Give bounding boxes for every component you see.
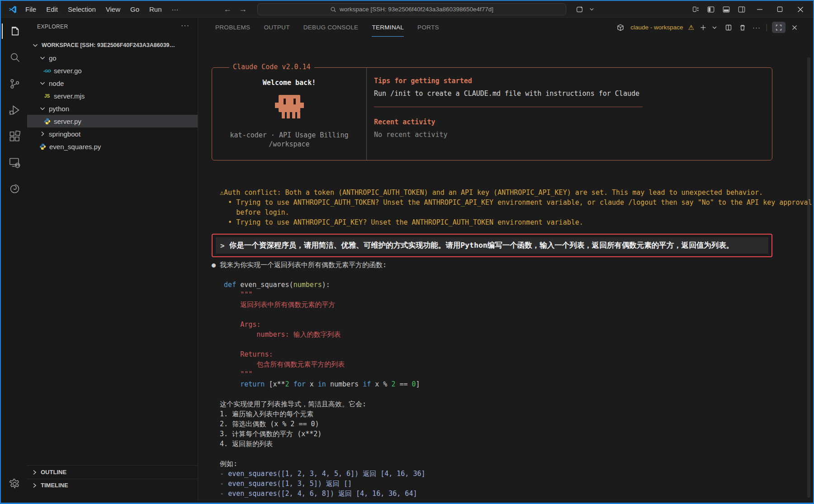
kill-terminal-icon[interactable] <box>738 23 748 33</box>
explorer-more-actions-icon[interactable]: ··· <box>181 22 189 30</box>
terminal-line: 这个实现使用了列表推导式，简洁且高效。它会: <box>212 399 812 409</box>
back-icon[interactable]: ← <box>223 5 232 14</box>
layouts-icon[interactable] <box>688 3 703 16</box>
terminal-line: numbers: 输入的数字列表 <box>212 330 812 339</box>
toggle-sidebar-icon[interactable] <box>703 3 719 16</box>
separator <box>767 24 767 31</box>
outline-label: OUTLINE <box>41 469 66 476</box>
terminal-line: - even_squares([1, 3, 5]) 返回 [] <box>212 479 812 489</box>
maximize-panel-icon[interactable] <box>772 22 786 33</box>
terminal-line <box>212 339 812 349</box>
claude-box-left-column: Welcome back! kat-coder · A <box>212 68 367 160</box>
terminal-line: """ <box>212 290 812 300</box>
search-icon <box>330 6 336 13</box>
terminal-line: • Trying to use ANTHROPIC_AUTH_TOKEN? Un… <box>212 198 812 207</box>
tree-item-python[interactable]: python <box>27 102 198 115</box>
vscode-window: FileEditSelectionViewGoRun··· ← → worksp… <box>0 0 814 504</box>
account-line: kat-coder · API Usage Billing <box>230 131 349 140</box>
activitybar-search-icon[interactable] <box>2 44 27 71</box>
tree-item-go[interactable]: go <box>27 52 198 64</box>
copilot-icon[interactable] <box>572 3 587 16</box>
terminal-line <box>212 310 812 320</box>
terminal-line: 返回列表中所有偶数元素的平方 <box>212 300 812 310</box>
activitybar-run-and-debug-icon[interactable] <box>2 97 27 123</box>
divider <box>374 107 643 107</box>
panel-tab-ports[interactable]: PORTS <box>417 18 439 37</box>
activity-bar <box>2 18 27 501</box>
activitybar-settings-icon[interactable] <box>2 471 27 497</box>
terminal-line: - even_squares([2, 4, 6, 8]) 返回 [4, 16, … <box>212 489 812 499</box>
claude-box-title: Claude Code v2.0.14 <box>229 63 314 71</box>
menu-selection[interactable]: Selection <box>63 4 101 15</box>
terminal-line: 1. 遍历输入列表中的每个元素 <box>212 409 812 419</box>
terminal-tab-label[interactable]: claude - workspace <box>630 24 683 31</box>
activitybar-extensions-icon[interactable] <box>2 123 27 149</box>
panel-more-actions-icon[interactable]: ··· <box>752 23 762 33</box>
terminal-line: 4. 返回新的列表 <box>212 439 812 449</box>
close-button[interactable] <box>790 1 810 18</box>
explorer-title: EXPLORER <box>27 18 198 35</box>
vscode-logo-icon <box>8 5 17 14</box>
toggle-panel-icon[interactable] <box>719 3 734 16</box>
tree-item-springboot[interactable]: springboot <box>27 127 198 140</box>
activitybar-remote-explorer-icon[interactable] <box>2 149 27 175</box>
tree-item-even-squares.py[interactable]: even_squares.py <box>27 140 198 153</box>
activitybar-source-control-icon[interactable] <box>2 71 27 97</box>
terminal-line: 包含所有偶数元素平方的列表 <box>212 359 812 369</box>
terminal-scrollbar[interactable] <box>807 57 810 498</box>
menu-view[interactable]: View <box>101 4 125 15</box>
tree-item-workspace-ssh-93e2506f40f243a3a860398650[interactable]: WORKSPACE [SSH: 93E2506F40F243A3A8603986… <box>27 39 198 52</box>
activitybar-ai-assistant-icon[interactable] <box>2 175 27 202</box>
terminal-content[interactable]: Claude Code v2.0.14 Welcome back! <box>198 37 812 501</box>
toggle-secondary-sidebar-icon[interactable] <box>734 3 749 16</box>
panel-tab-terminal[interactable]: TERMINAL <box>372 18 404 37</box>
nav-arrows: ← → <box>223 1 247 18</box>
menu-run[interactable]: Run <box>144 4 167 15</box>
explorer-sidebar: EXPLORER ··· WORKSPACE [SSH: 93E2506F40F… <box>27 18 198 501</box>
menu-edit[interactable]: Edit <box>41 4 63 15</box>
new-terminal-icon[interactable] <box>698 23 708 33</box>
outline-section[interactable]: OUTLINE <box>27 465 198 479</box>
timeline-label: TIMELINE <box>41 482 68 489</box>
activitybar-explorer-icon[interactable] <box>2 18 27 44</box>
cwd-line: /workspace <box>269 140 309 149</box>
terminal-line <box>212 389 812 399</box>
command-center[interactable]: workspace [SSH: 93e2506f40f243a3a8603986… <box>257 3 566 15</box>
python-file-icon <box>38 143 47 150</box>
panel-tab-output[interactable]: OUTPUT <box>264 18 289 37</box>
tree-item-label: server.py <box>54 118 81 125</box>
tree-item-node[interactable]: node <box>27 77 198 89</box>
terminal-line: ⚠Auth conflict: Both a token (ANTHROPIC_… <box>212 188 812 198</box>
terminal-dropdown-chevron-icon[interactable] <box>710 23 719 33</box>
tips-title: Tips for getting started <box>374 77 772 86</box>
chevron-right-icon <box>31 469 38 476</box>
terminal-line: 3. 计算每个偶数的平方 (x**2) <box>212 429 812 439</box>
maximize-button[interactable] <box>770 1 790 18</box>
close-panel-icon[interactable] <box>790 23 800 33</box>
tree-item-server.mjs[interactable]: JSserver.mjs <box>27 89 198 102</box>
menu-go[interactable]: Go <box>125 4 144 15</box>
terminal-line: Args: <box>212 320 812 330</box>
python-file-icon <box>43 118 51 125</box>
tree-item-label: server.go <box>54 67 82 75</box>
timeline-section[interactable]: TIMELINE <box>27 479 198 491</box>
panel-tab-debug-console[interactable]: DEBUG CONSOLE <box>303 18 359 37</box>
tree-item-server.go[interactable]: -GOserver.go <box>27 64 198 77</box>
terminal-line: • Trying to use ANTHROPIC_API_KEY? Unset… <box>212 217 812 227</box>
tree-item-server.py[interactable]: server.py <box>27 115 198 127</box>
copilot-chevron-icon[interactable] <box>589 7 594 12</box>
forward-icon[interactable]: → <box>239 5 247 14</box>
chevron-down-icon <box>39 80 46 87</box>
go-file-icon: -GO <box>43 67 51 74</box>
terminal-line: Returns: <box>212 349 812 359</box>
tips-line: Run /init to create a CLAUDE.md file wit… <box>374 89 772 99</box>
prompt-input-box[interactable]: > 你是一个资深程序员，请用简洁、优雅、可维护的方式实现功能。请用Python编… <box>212 234 772 257</box>
menu-file[interactable]: File <box>20 4 41 15</box>
menu-[interactable]: ··· <box>167 4 184 15</box>
claude-mascot-icon <box>274 95 304 120</box>
titlebar: FileEditSelectionViewGoRun··· ← → worksp… <box>1 1 813 18</box>
split-terminal-icon[interactable] <box>724 23 734 33</box>
claude-box-right-column: Tips for getting started Run /init to cr… <box>367 68 772 160</box>
minimize-button[interactable] <box>749 1 770 18</box>
panel-tab-problems[interactable]: PROBLEMS <box>215 18 250 37</box>
